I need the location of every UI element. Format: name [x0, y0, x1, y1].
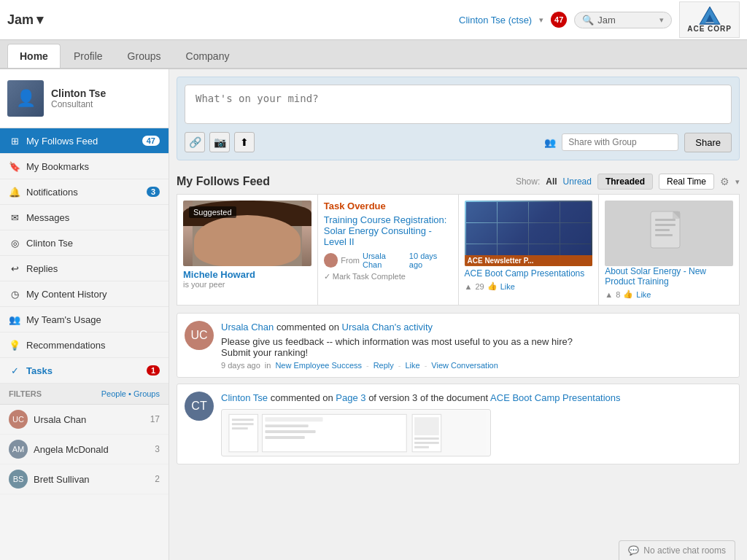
image-label: ACE Newsletter P... — [465, 255, 593, 266]
activity-actor-1[interactable]: Ursala Chan — [221, 322, 274, 332]
avatar-icon: 👤 — [16, 89, 36, 108]
activity-avatar-1: UC — [185, 321, 214, 350]
jam-logo[interactable]: Jam ▾ — [7, 12, 43, 28]
post-right: 👥 Share — [544, 133, 732, 152]
activity-item-1: UC Ursala Chan commented on Ursala Chan'… — [177, 313, 740, 378]
filter-brett-sullivan[interactable]: BS Brett Sullivan 2 — [0, 464, 169, 494]
filter-ursala-chan[interactable]: UC Ursala Chan 17 — [0, 405, 169, 435]
activity-reply-1[interactable]: Reply — [374, 361, 394, 370]
likes-up-icon: ▲ — [465, 282, 473, 291]
filter-count-brett: 2 — [155, 474, 160, 484]
sidebar-item-messages[interactable]: ✉ Messages — [0, 205, 169, 230]
filters-section: FILTERS People • Groups — [0, 384, 169, 405]
team-usage-label: My Team's Usage — [26, 314, 101, 325]
avatar: 👤 — [7, 80, 44, 117]
feed-title: My Follows Feed — [177, 175, 270, 188]
tab-company[interactable]: Company — [174, 44, 241, 68]
svg-rect-24 — [265, 430, 315, 433]
activity-action-1: commented on — [276, 322, 339, 332]
filter-count-ursala: 17 — [150, 414, 160, 424]
activity-text-2: Clinton Tse commented on Page 3 of versi… — [221, 392, 732, 405]
sidebar-profile: 👤 Clinton Tse Consultant — [0, 69, 169, 128]
filter-unread[interactable]: Unread — [563, 176, 592, 187]
nav-tabs: Home Profile Groups Company — [0, 40, 747, 69]
sidebar-item-clinton-tse[interactable]: ◎ Clinton Tse — [0, 230, 169, 256]
tab-profile[interactable]: Profile — [62, 44, 115, 68]
filter-all[interactable]: All — [546, 176, 557, 187]
doc-preview — [221, 409, 491, 456]
filters-label: FILTERS — [9, 389, 42, 398]
activity-mid-2: of version 3 of the document — [368, 392, 488, 403]
task-from-avatar — [324, 253, 338, 268]
view-threaded-button[interactable]: Threaded — [597, 174, 653, 190]
activity-content-2: Clinton Tse commented on Page 3 of versi… — [221, 392, 732, 456]
sidebar-item-recommendations[interactable]: 💡 Recommendations — [0, 332, 169, 358]
post-icons: 🔗 📷 ⬆ — [185, 132, 255, 152]
activity-item-2: CT Clinton Tse commented on Page 3 of ve… — [177, 384, 740, 464]
card-person-name[interactable]: Michele Howard — [183, 269, 311, 280]
solar-doc-image — [605, 201, 733, 266]
boot-camp-title[interactable]: ACE Boot Camp Presentations — [465, 268, 593, 279]
app-name: Jam — [7, 12, 34, 28]
top-bar-left: Jam ▾ — [7, 12, 43, 28]
solar-likes-count: 8 — [616, 290, 620, 299]
task-from: From Ursala Chan 10 days ago — [324, 252, 452, 269]
filters-links[interactable]: People • Groups — [101, 389, 160, 398]
activity-actor-2[interactable]: Clinton Tse — [221, 392, 268, 403]
activity-like-1[interactable]: Like — [405, 361, 419, 370]
svg-rect-20 — [232, 427, 248, 429]
feed-controls: Show: All Unread Threaded Real Time ⚙ ▾ — [516, 174, 740, 190]
share-group-input[interactable] — [562, 133, 678, 151]
boot-camp-likes: ▲ 29 👍 Like — [465, 281, 593, 291]
upload-button[interactable]: ⬆ — [234, 132, 255, 152]
content-history-icon: ◷ — [9, 288, 20, 300]
sidebar-item-content-history[interactable]: ◷ My Content History — [0, 281, 169, 307]
activity-target-1[interactable]: Ursala Chan's activity — [342, 322, 433, 332]
sidebar-item-notifications[interactable]: 🔔 Notifications 3 — [0, 179, 169, 205]
boot-camp-image: ACE Newsletter P... — [465, 201, 593, 266]
filter-angela-mcdonald[interactable]: AM Angela McDonald 3 — [0, 435, 169, 464]
activity-view-conv-1[interactable]: View Conversation — [431, 361, 498, 370]
activity-doc-link-2[interactable]: ACE Boot Camp Presentations — [490, 392, 620, 403]
tab-home[interactable]: Home — [7, 44, 61, 68]
activity-target-2[interactable]: Page 3 — [336, 392, 365, 403]
activity-meta-1: 9 days ago in New Employee Success - Rep… — [221, 361, 732, 370]
svg-rect-10 — [655, 219, 676, 221]
sidebar-item-replies[interactable]: ↩ Replies — [0, 256, 169, 281]
app-caret: ▾ — [36, 12, 43, 28]
post-input[interactable] — [185, 85, 732, 124]
sidebar-item-bookmarks[interactable]: 🔖 My Bookmarks — [0, 154, 169, 179]
activity-text-1: Ursala Chan commented on Ursala Chan's a… — [221, 321, 732, 334]
content-area: 🔗 📷 ⬆ 👥 Share My Follows Feed Show: All … — [169, 69, 747, 560]
activity-avatar-2: CT — [185, 392, 214, 421]
task-from-name[interactable]: Ursala Chan — [363, 252, 406, 269]
doc-icon — [643, 208, 694, 259]
solar-like-label[interactable]: Like — [636, 290, 651, 299]
sidebar-item-tasks[interactable]: ✓ Tasks 1 — [0, 358, 169, 384]
link-button[interactable]: 🔗 — [185, 132, 205, 152]
task-overdue-title: Task Overdue — [324, 201, 452, 211]
task-name[interactable]: Training Course Registration: Solar Ener… — [324, 214, 452, 247]
filter-name-angela: Angela McDonald — [34, 444, 109, 455]
doc-preview-svg — [226, 411, 486, 455]
card-solar-energy: About Solar Energy - New Product Trainin… — [599, 195, 739, 305]
svg-rect-23 — [265, 424, 308, 427]
user-link[interactable]: Clinton Tse (ctse) — [459, 15, 532, 26]
view-realtime-button[interactable]: Real Time — [659, 174, 714, 190]
share-button[interactable]: Share — [684, 133, 732, 152]
like-label[interactable]: Like — [500, 282, 515, 291]
notification-badge[interactable]: 47 — [551, 12, 567, 28]
svg-rect-30 — [414, 446, 429, 448]
gear-button[interactable]: ⚙ — [720, 176, 729, 187]
tab-groups[interactable]: Groups — [116, 44, 173, 68]
activity-location-1[interactable]: New Employee Success — [275, 361, 362, 370]
solar-doc-title[interactable]: About Solar Energy - New Product Trainin… — [605, 266, 733, 287]
tasks-icon: ✓ — [9, 365, 20, 376]
notifications-label: Notifications — [26, 187, 78, 198]
search-caret: ▾ — [659, 15, 664, 25]
mark-task-complete[interactable]: ✓ Mark Task Complete — [324, 272, 452, 281]
sidebar-item-team-usage[interactable]: 👥 My Team's Usage — [0, 307, 169, 332]
video-button[interactable]: 📷 — [209, 132, 230, 152]
sidebar-item-follows-feed[interactable]: ⊞ My Follows Feed 47 — [0, 128, 169, 154]
search-input[interactable] — [597, 15, 656, 26]
